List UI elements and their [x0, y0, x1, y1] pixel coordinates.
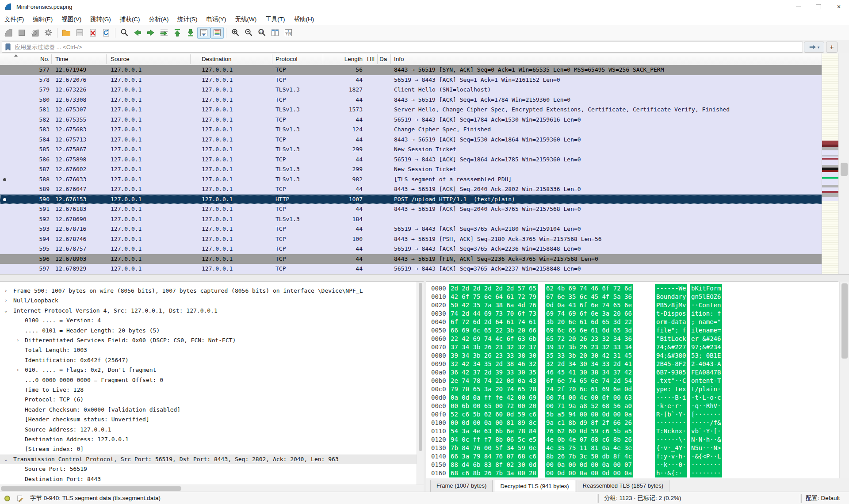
ascii-group2[interactable]: ; name="	[690, 318, 722, 326]
ascii-group2[interactable]: ········	[690, 469, 722, 477]
capture-comment-icon[interactable]	[16, 495, 24, 502]
column-header-time[interactable]: Time	[55, 53, 69, 65]
detail-line[interactable]: ›Differentiated Services Field: 0x00 (DS…	[0, 336, 424, 345]
details-hscrollbar-thumb[interactable]	[1, 486, 181, 491]
ascii-group2[interactable]: 97;&#234	[690, 343, 722, 351]
hex-row-00c0[interactable]: 00c079 70 65 3a 20 74 65 7874 2f 70 6c 6…	[426, 385, 838, 393]
ascii-group1[interactable]: T:Ncknx·	[655, 427, 687, 435]
hex-bytes-group1[interactable]: 94 0c ff f7 8b 06 5c e5	[449, 435, 538, 444]
hex-bytes-group1[interactable]: 00 6b 00 65 00 72 00 20	[449, 402, 538, 410]
hex-bytes-group1[interactable]: 66 3a 79 84 76 07 68 c6	[449, 452, 538, 461]
packet-list-scrollbar[interactable]	[838, 53, 849, 274]
packet-row-597[interactable]: 59712.678929127.0.0.1127.0.0.1TCP4456519…	[0, 264, 822, 274]
hex-row-0050[interactable]: 005066 69 6c 65 22 3b 20 6669 6c 65 6e 6…	[426, 326, 838, 335]
menu-item-1[interactable]: 编辑(E)	[28, 13, 57, 25]
ascii-group2[interactable]: N5u···N>	[690, 444, 722, 452]
hex-bytes-group2[interactable]: 62 4b 69 74 46 6f 72 6d	[545, 284, 633, 293]
packet-row-586[interactable]: 58612.675898127.0.0.1127.0.0.1TCP4456519…	[0, 155, 822, 165]
hex-row-0120[interactable]: 012094 0c ff f7 8b 06 5c e54e 0b 4e 07 6…	[426, 435, 838, 444]
zoom-out-icon[interactable]	[242, 27, 255, 39]
restart-capture-icon[interactable]	[28, 27, 42, 39]
hex-bytes-group2[interactable]: 69 6c 65 6e 61 6d 65 3d	[545, 326, 633, 335]
ascii-group2[interactable]: bKitForm	[690, 284, 722, 293]
packet-row-589[interactable]: 58912.676047127.0.0.1127.0.0.1TCP448443 …	[0, 184, 822, 195]
ascii-group1[interactable]: ------We	[655, 284, 687, 293]
packet-row-578[interactable]: 57812.672076127.0.0.1127.0.0.1TCP4456519…	[0, 75, 822, 85]
apply-filter-button[interactable]: ▾	[804, 42, 824, 53]
capture-options-icon[interactable]	[42, 27, 55, 39]
hex-row-0100[interactable]: 010000 0d 00 0a 00 81 89 8c9a c1 8b d9 8…	[426, 419, 838, 427]
column-separator[interactable]	[377, 54, 378, 64]
hex-bytes-group2[interactable]: 4e 35 75 11 81 0a 4e 3e	[545, 444, 633, 452]
hex-row-0140[interactable]: 014066 3a 79 84 76 07 68 c68b 26 7b 3c 5…	[426, 452, 838, 461]
stop-capture-icon[interactable]	[15, 27, 28, 39]
hex-row-0080[interactable]: 008039 34 3b 26 23 33 38 3035 33 3b 20 3…	[426, 351, 838, 360]
packet-row-582[interactable]: 58212.675355127.0.0.1127.0.0.1TCP4456519…	[0, 115, 822, 125]
add-filter-button[interactable]: +	[826, 42, 838, 53]
detail-line[interactable]: Destination Address: 127.0.0.1	[0, 435, 424, 444]
details-scrollbar-thumb[interactable]	[419, 283, 422, 451]
detail-line[interactable]: 0100 .... = Version: 4	[0, 316, 424, 325]
bookmark-icon[interactable]	[5, 43, 11, 51]
hex-bytes-group1[interactable]: 6f 72 6d 2d 64 61 74 61	[449, 318, 538, 326]
hex-bytes-group2[interactable]: 65 72 20 26 23 32 34 36	[545, 335, 633, 343]
ascii-group1[interactable]: ··k···0·	[655, 461, 687, 469]
zoom-in-icon[interactable]	[229, 27, 242, 39]
column-header-destination[interactable]: Destination	[202, 53, 232, 65]
hex-row-0000[interactable]: 00002d 2d 2d 2d 2d 2d 57 6562 4b 69 74 4…	[426, 284, 838, 293]
display-filter-input[interactable]: 应用显示过滤器 ... <Ctrl-/>	[2, 42, 803, 53]
go-forward-icon[interactable]	[144, 27, 157, 39]
hex-bytes-group1[interactable]: 2e 74 78 74 22 0d 0a 43	[449, 377, 538, 385]
packet-row-577[interactable]: 57712.671949127.0.0.1127.0.0.1TCP568443 …	[0, 65, 822, 75]
hex-bytes-group1[interactable]: 52 c6 5b 62 60 0d 59 c6	[449, 410, 538, 419]
hex-bytes-group2[interactable]: 74 2f 70 6c 61 69 6e 0d	[545, 385, 633, 393]
hex-bytes-group1[interactable]: 32 42 34 35 2d 38 46 32	[449, 360, 538, 368]
column-header-source[interactable]: Source	[111, 53, 130, 65]
detail-line[interactable]: Source Port: 56519	[0, 464, 424, 474]
tab-decrypted-tls[interactable]: Decrypted TLS (941 bytes)	[494, 480, 575, 492]
resize-columns-icon[interactable]	[268, 27, 282, 39]
expand-icon[interactable]: ›	[16, 365, 19, 375]
ascii-group2[interactable]: er &#246	[690, 335, 722, 343]
close-file-icon[interactable]	[86, 27, 99, 39]
bytes-scrollbar[interactable]	[839, 282, 849, 478]
hex-bytes-group1[interactable]: 54 3a 4e 63 6b 6e 78 84	[449, 427, 538, 435]
packet-row-596[interactable]: 59612.678903127.0.0.1127.0.0.1TCP448443 …	[0, 254, 822, 264]
packet-row-587[interactable]: 58712.676002127.0.0.1127.0.0.1TLSv1.3299…	[0, 164, 822, 175]
hex-bytes-group2[interactable]: 46 45 41 30 38 34 37 42	[545, 368, 633, 377]
ascii-group2[interactable]: N·N·h··&	[690, 435, 722, 444]
go-bottom-icon[interactable]	[184, 27, 197, 39]
column-header-length[interactable]: Length	[323, 53, 363, 65]
column-header-hii[interactable]: HII	[367, 53, 375, 65]
start-capture-icon[interactable]	[2, 27, 15, 39]
hex-row-0040[interactable]: 00406f 72 6d 2d 64 61 74 613b 20 6e 61 6…	[426, 318, 838, 326]
ascii-group1[interactable]: Boundary	[655, 293, 687, 301]
hex-row-00e0[interactable]: 00e000 6b 00 65 00 72 00 2000 71 9a a8 5…	[426, 402, 838, 410]
hex-bytes-group1[interactable]: 39 34 3b 26 23 33 38 30	[449, 351, 538, 360]
detail-line[interactable]: .... 0101 = Header Length: 20 bytes (5)	[0, 326, 424, 336]
ascii-group1[interactable]: ········	[655, 419, 687, 427]
menu-item-3[interactable]: 跳转(G)	[86, 13, 115, 25]
expand-icon[interactable]: ›	[4, 286, 8, 296]
hex-bytes-group2[interactable]: 76 62 60 0d 59 c6 5b a5	[545, 427, 633, 435]
hex-bytes-group1[interactable]: 50 42 35 7a 38 6a 4d 76	[449, 301, 538, 309]
ascii-group1[interactable]: PB5z8jMv	[655, 301, 687, 309]
ascii-group2[interactable]: gn5lEOZ6	[690, 293, 722, 301]
hex-bytes-group2[interactable]: 8b 26 7b 3c 50 db 8f 4c	[545, 452, 633, 461]
collapse-icon[interactable]: ⌄	[4, 306, 8, 316]
hex-row-00b0[interactable]: 00b02e 74 78 74 22 0d 0a 436f 6e 74 65 6…	[426, 377, 838, 385]
open-file-icon[interactable]	[60, 27, 73, 39]
go-back-icon[interactable]	[131, 27, 144, 39]
hex-bytes-group1[interactable]: 37 34 3b 26 23 32 32 37	[449, 343, 538, 351]
ascii-group1[interactable]: .txt"··C	[655, 377, 687, 385]
packet-row-594[interactable]: 59412.678746127.0.0.1127.0.0.1TCP1008443…	[0, 234, 822, 244]
hex-row-0020[interactable]: 002050 42 35 7a 38 6a 4d 760d 0a 43 6f 6…	[426, 301, 838, 309]
detail-line[interactable]: Header Checksum: 0x0000 [validation disa…	[0, 405, 424, 415]
collapse-icon[interactable]: ⌄	[4, 454, 8, 464]
hex-row-0030[interactable]: 003074 2d 44 69 73 70 6f 7369 74 69 6f 6…	[426, 309, 838, 318]
hex-row-0010[interactable]: 001042 6f 75 6e 64 61 72 7967 6e 35 6c 4…	[426, 293, 838, 301]
detail-line[interactable]: ›Null/Loopback	[0, 296, 424, 305]
details-scrollbar[interactable]	[417, 282, 424, 485]
ascii-group2[interactable]: ·q··RhV·	[690, 402, 722, 410]
expand-icon[interactable]: ›	[4, 296, 8, 305]
